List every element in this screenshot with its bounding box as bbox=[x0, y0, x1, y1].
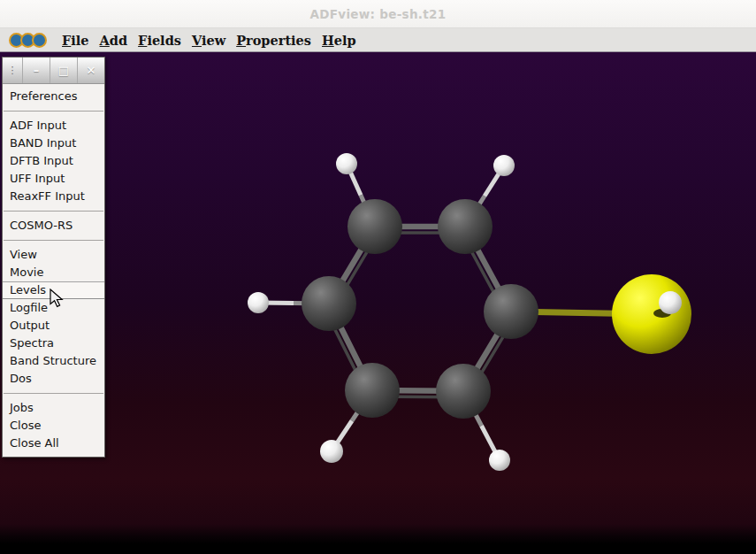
atom-c[interactable] bbox=[302, 276, 356, 331]
menubar-item-add[interactable]: Add bbox=[95, 33, 134, 48]
menubar-item-properties[interactable]: Properties bbox=[231, 33, 317, 48]
close-button[interactable]: ✕ bbox=[77, 58, 104, 83]
window-title: ADFview: be-sh.t21 bbox=[310, 7, 447, 21]
menu-separator bbox=[4, 111, 103, 112]
menu-item-close[interactable]: Close bbox=[3, 417, 104, 435]
menu-item-output[interactable]: Output bbox=[3, 317, 104, 335]
molecule-viewport[interactable] bbox=[0, 52, 756, 554]
atom-h[interactable] bbox=[248, 292, 269, 313]
minimize-button[interactable]: – bbox=[23, 58, 50, 83]
menu-item-close-all[interactable]: Close All bbox=[3, 435, 104, 452]
menu-item-band-input[interactable]: BAND Input bbox=[3, 135, 104, 152]
atom-h[interactable] bbox=[320, 440, 343, 463]
menubar: FileAddFieldsViewPropertiesHelp bbox=[0, 28, 756, 52]
maximize-button[interactable]: □ bbox=[50, 58, 77, 83]
atom-s[interactable] bbox=[612, 274, 691, 354]
menu-item-spectra[interactable]: Spectra bbox=[3, 335, 104, 352]
atom-c[interactable] bbox=[347, 199, 402, 254]
menu-item-reaxff-input[interactable]: ReaxFF Input bbox=[3, 188, 104, 205]
atom-h[interactable] bbox=[493, 155, 515, 176]
atom-c[interactable] bbox=[484, 284, 538, 339]
atom-c[interactable] bbox=[345, 363, 400, 418]
tearoff-titlebar[interactable]: ⋮ – □ ✕ bbox=[3, 58, 104, 84]
menu-item-preferences[interactable]: Preferences bbox=[3, 88, 104, 105]
menubar-items: FileAddFieldsViewPropertiesHelp bbox=[57, 33, 362, 48]
atom-h[interactable] bbox=[659, 291, 682, 314]
tearoff-menu-list: PreferencesADF InputBAND InputDFTB Input… bbox=[3, 84, 104, 457]
scm-logo-disc bbox=[32, 33, 47, 48]
menubar-item-help[interactable]: Help bbox=[317, 33, 362, 48]
atom-c[interactable] bbox=[436, 364, 491, 419]
menu-separator bbox=[4, 211, 103, 212]
menu-item-view[interactable]: View bbox=[3, 246, 104, 264]
menu-item-dftb-input[interactable]: DFTB Input bbox=[3, 152, 104, 170]
menu-item-movie[interactable]: Movie bbox=[3, 264, 104, 281]
menu-separator bbox=[4, 240, 103, 241]
menu-item-cosmo-rs[interactable]: COSMO-RS bbox=[3, 217, 104, 235]
scm-logo-icon[interactable] bbox=[9, 33, 47, 48]
menu-separator bbox=[4, 393, 103, 394]
atom-h[interactable] bbox=[489, 450, 510, 471]
menubar-item-file[interactable]: File bbox=[57, 33, 95, 48]
menu-item-uff-input[interactable]: UFF Input bbox=[3, 170, 104, 188]
tearoff-menu-window: ⋮ – □ ✕ PreferencesADF InputBAND InputDF… bbox=[2, 57, 105, 458]
menu-item-adf-input[interactable]: ADF Input bbox=[3, 117, 104, 135]
atom-c[interactable] bbox=[438, 199, 493, 254]
menu-item-band-structure[interactable]: Band Structure bbox=[3, 352, 104, 370]
menu-item-levels[interactable]: Levels bbox=[3, 281, 104, 299]
menu-item-jobs[interactable]: Jobs bbox=[3, 399, 104, 417]
menu-item-logfile[interactable]: Logfile bbox=[3, 299, 104, 317]
atom-h[interactable] bbox=[336, 153, 357, 174]
menu-item-dos[interactable]: Dos bbox=[3, 370, 104, 388]
tearoff-handle-icon[interactable]: ⋮ bbox=[3, 58, 23, 83]
window-titlebar: ADFview: be-sh.t21 bbox=[0, 0, 756, 28]
menubar-item-view[interactable]: View bbox=[187, 33, 231, 48]
menubar-item-fields[interactable]: Fields bbox=[133, 33, 187, 48]
molecule-svg bbox=[0, 52, 756, 554]
